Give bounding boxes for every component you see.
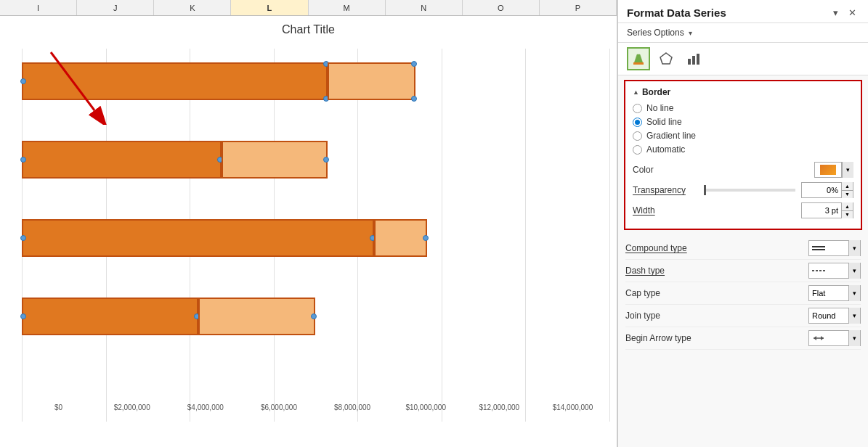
color-dropdown-btn[interactable]: ▾ [842, 162, 853, 178]
tab-fill-icon[interactable] [627, 47, 650, 70]
series-options-dropdown-arrow[interactable]: ▾ [689, 29, 692, 37]
radio-solid-line[interactable]: Solid line [633, 117, 853, 127]
bar-dark-4 [22, 298, 198, 335]
format-data-series-panel: Format Data Series ▾ ✕ Series Options ▾ [617, 0, 868, 447]
x-label-2: $4,000,000 [169, 400, 242, 422]
radio-no-line-label: No line [646, 103, 673, 113]
col-header-i: I [0, 0, 77, 15]
width-spinner[interactable]: 3 pt ▲ ▼ [801, 202, 853, 218]
join-type-dropdown-arrow: ▾ [848, 308, 860, 324]
transparency-value: 0% [802, 186, 841, 194]
x-label-7: $14,000,000 [536, 400, 609, 422]
selection-dot [411, 96, 417, 102]
panel-header: Format Data Series ▾ ✕ [618, 0, 868, 23]
radio-no-line-circle [633, 104, 642, 113]
col-header-l[interactable]: L [231, 0, 308, 15]
col-header-n: N [386, 0, 463, 15]
series-options-bar: Series Options ▾ [618, 23, 868, 43]
col-header-o: O [463, 0, 540, 15]
column-headers: I J K L M N O P [0, 0, 617, 16]
transparency-spinner[interactable]: 0% ▲ ▼ [801, 182, 853, 198]
selection-dot [20, 313, 26, 319]
svg-marker-9 [814, 336, 816, 340]
width-label: Width [633, 205, 698, 216]
svg-marker-2 [634, 54, 643, 63]
radio-gradient-line-label: Gradient line [646, 131, 696, 141]
border-title-text: Border [642, 87, 670, 97]
color-row: Color ▾ [633, 162, 853, 178]
panel-close-icon[interactable]: ✕ [845, 6, 859, 20]
panel-title: Format Data Series [627, 7, 726, 19]
x-label-1: $2,000,000 [95, 400, 169, 422]
transparency-slider-thumb [704, 185, 706, 195]
panel-scroll-area[interactable]: ▲ Border No line Solid line Gradient lin… [618, 75, 868, 447]
radio-gradient-line[interactable]: Gradient line [633, 131, 853, 141]
border-section-title: ▲ Border [633, 87, 853, 97]
bar-row-2[interactable] [22, 134, 609, 185]
width-up-btn[interactable]: ▲ [842, 202, 853, 211]
svg-marker-4 [660, 53, 672, 64]
color-picker[interactable] [814, 162, 842, 178]
width-row: Width 3 pt ▲ ▼ [633, 202, 853, 218]
compound-type-label: Compound type [625, 243, 808, 253]
options-section: Compound type ▾ Dash type [618, 234, 868, 353]
join-type-label: Join type [625, 311, 808, 321]
bar-dark-2 [22, 141, 222, 179]
svg-rect-3 [633, 62, 644, 65]
dash-type-dropdown-arrow: ▾ [848, 263, 860, 279]
bar-light-1 [328, 62, 415, 100]
width-value: 3 pt [802, 206, 841, 215]
bar-row-3[interactable] [22, 213, 609, 263]
transparency-label: Transparency [633, 185, 698, 195]
cap-type-dropdown[interactable]: Flat ▾ [808, 285, 861, 301]
x-axis: $0 $2,000,000 $4,000,000 $6,000,000 $8,0… [22, 400, 609, 422]
radio-solid-line-label: Solid line [646, 117, 682, 127]
border-collapse-icon[interactable]: ▲ [633, 89, 639, 96]
radio-gradient-line-circle [633, 131, 642, 141]
width-down-btn[interactable]: ▼ [842, 211, 853, 219]
compound-type-dropdown-arrow: ▾ [848, 240, 860, 256]
join-type-value: Round [809, 311, 848, 320]
x-label-0: $0 [22, 400, 95, 422]
cap-type-label: Cap type [625, 288, 808, 298]
bar-row-1[interactable] [22, 56, 609, 107]
radio-automatic[interactable]: Automatic [633, 144, 853, 155]
transparency-down-btn[interactable]: ▼ [842, 191, 853, 199]
tab-shape-icon[interactable] [654, 47, 678, 70]
begin-arrow-type-dropdown[interactable]: ▾ [808, 330, 861, 346]
bar-light-2 [222, 141, 328, 179]
begin-arrow-type-label: Begin Arrow type [625, 333, 808, 343]
cap-type-dropdown-arrow: ▾ [848, 285, 860, 301]
col-header-m: M [309, 0, 386, 15]
svg-rect-5 [688, 59, 691, 65]
bar-light-3 [374, 219, 427, 257]
transparency-spinner-btns: ▲ ▼ [841, 182, 853, 198]
compound-type-dropdown[interactable]: ▾ [808, 240, 861, 256]
radio-automatic-label: Automatic [646, 144, 685, 155]
svg-rect-7 [697, 54, 699, 65]
transparency-slider[interactable] [704, 189, 795, 192]
chart-content: Chart Title [0, 16, 617, 447]
bar-light-4 [198, 298, 316, 335]
transparency-up-btn[interactable]: ▲ [842, 182, 853, 191]
series-options-label: Series Options [627, 28, 684, 38]
selection-dot [20, 157, 26, 163]
begin-arrow-type-dropdown-arrow: ▾ [848, 330, 860, 346]
bar-row-4[interactable] [22, 291, 609, 342]
x-label-6: $12,000,000 [463, 400, 536, 422]
color-swatch [820, 165, 836, 175]
begin-arrow-type-row: Begin Arrow type ▾ [625, 327, 861, 350]
chart-title[interactable]: Chart Title [0, 16, 617, 36]
radio-no-line[interactable]: No line [633, 103, 853, 113]
selection-dot [20, 235, 26, 241]
color-label: Color [633, 165, 698, 175]
svg-marker-10 [821, 336, 824, 340]
cap-type-value: Flat [809, 289, 848, 298]
tab-icons [618, 43, 868, 75]
dash-type-dropdown[interactable]: ▾ [808, 263, 861, 279]
tab-chart-icon[interactable] [682, 47, 705, 70]
grid-line-7 [609, 49, 610, 422]
col-header-p: P [540, 0, 617, 15]
panel-expand-icon[interactable]: ▾ [830, 6, 841, 20]
join-type-dropdown[interactable]: Round ▾ [808, 308, 861, 324]
